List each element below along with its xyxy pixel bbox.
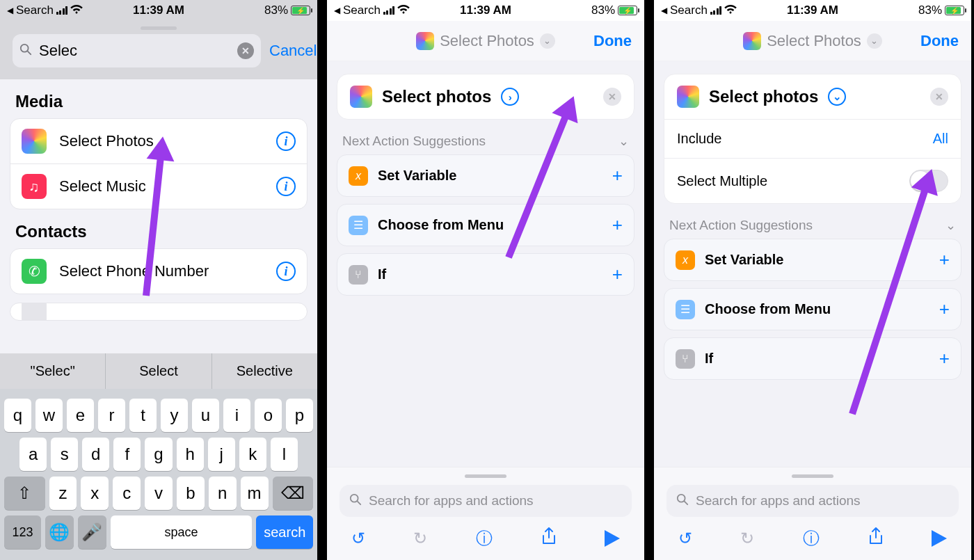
key-r[interactable]: r bbox=[98, 399, 125, 432]
dictation-key[interactable]: 🎤 bbox=[78, 515, 106, 549]
search-input[interactable] bbox=[38, 41, 232, 61]
back-triangle-icon[interactable]: ◀ bbox=[7, 6, 13, 15]
undo-button[interactable]: ↺ bbox=[678, 529, 692, 548]
key-q[interactable]: q bbox=[4, 399, 31, 432]
key-f[interactable]: f bbox=[113, 438, 141, 471]
backspace-key[interactable]: ⌫ bbox=[273, 477, 314, 510]
key-j[interactable]: j bbox=[208, 438, 235, 471]
result-select-music[interactable]: ♫ Select Music i bbox=[10, 163, 307, 209]
variable-icon: x bbox=[676, 250, 695, 270]
info-button[interactable]: ⓘ bbox=[476, 527, 493, 550]
include-value[interactable]: All bbox=[933, 131, 948, 147]
share-button[interactable] bbox=[541, 527, 557, 550]
key-d[interactable]: d bbox=[82, 438, 109, 471]
action-search-field[interactable]: ✕ bbox=[13, 34, 261, 67]
shift-key[interactable]: ⇧ bbox=[4, 477, 45, 510]
drawer-grabber[interactable] bbox=[465, 474, 506, 478]
add-icon[interactable]: + bbox=[939, 348, 950, 369]
drawer-grabber[interactable] bbox=[792, 474, 833, 478]
suggestion-if[interactable]: ⑂ If + bbox=[337, 253, 634, 296]
undo-button[interactable]: ↺ bbox=[351, 529, 365, 548]
shortcut-title[interactable]: Select Photos ⌄ bbox=[416, 32, 555, 50]
select-multiple-toggle[interactable] bbox=[909, 170, 948, 192]
key-x[interactable]: x bbox=[81, 477, 109, 510]
key-y[interactable]: y bbox=[161, 399, 188, 432]
key-p[interactable]: p bbox=[286, 399, 313, 432]
shortcut-title[interactable]: Select Photos ⌄ bbox=[743, 32, 882, 50]
key-h[interactable]: h bbox=[177, 438, 204, 471]
back-triangle-icon[interactable]: ◀ bbox=[661, 6, 667, 15]
key-c[interactable]: c bbox=[113, 477, 141, 510]
next-action-suggestions-header[interactable]: Next Action Suggestions ⌄ bbox=[337, 134, 634, 154]
kb-suggestion[interactable]: Selective bbox=[212, 353, 317, 389]
back-app-label[interactable]: Search bbox=[16, 3, 54, 17]
kb-suggestion[interactable]: Select bbox=[106, 353, 211, 389]
numbers-key[interactable]: 123 bbox=[4, 515, 41, 549]
back-triangle-icon[interactable]: ◀ bbox=[334, 6, 340, 15]
key-k[interactable]: k bbox=[239, 438, 266, 471]
done-button[interactable]: Done bbox=[920, 32, 959, 50]
back-app-label[interactable]: Search bbox=[343, 3, 381, 17]
add-icon[interactable]: + bbox=[612, 264, 623, 285]
back-app-label[interactable]: Search bbox=[670, 3, 708, 17]
key-l[interactable]: l bbox=[271, 438, 298, 471]
search-key[interactable]: search bbox=[256, 515, 313, 549]
key-b[interactable]: b bbox=[177, 477, 205, 510]
battery-icon: ⚡ bbox=[945, 6, 964, 15]
result-select-photos[interactable]: Select Photos i bbox=[10, 119, 307, 163]
key-o[interactable]: o bbox=[255, 399, 282, 432]
space-key[interactable]: space bbox=[111, 515, 253, 549]
suggestion-choose-from-menu[interactable]: ☰ Choose from Menu + bbox=[337, 204, 634, 246]
run-button[interactable] bbox=[932, 530, 947, 547]
add-icon[interactable]: + bbox=[612, 165, 623, 186]
done-button[interactable]: Done bbox=[593, 32, 632, 50]
key-m[interactable]: m bbox=[241, 477, 269, 510]
key-e[interactable]: e bbox=[67, 399, 94, 432]
key-w[interactable]: w bbox=[35, 399, 63, 432]
result-select-phone-number[interactable]: ✆ Select Phone Number i bbox=[10, 249, 307, 294]
key-a[interactable]: a bbox=[19, 438, 47, 471]
action-block-select-photos[interactable]: Select photos › ✕ bbox=[337, 74, 634, 119]
clear-search-icon[interactable]: ✕ bbox=[237, 42, 254, 59]
emoji-key[interactable]: 🌐 bbox=[45, 515, 74, 549]
suggestion-set-variable[interactable]: x Set Variable + bbox=[337, 154, 634, 197]
redo-button: ↻ bbox=[740, 529, 754, 548]
option-include[interactable]: Include All bbox=[664, 119, 961, 158]
suggestion-set-variable[interactable]: x Set Variable + bbox=[664, 239, 961, 281]
key-z[interactable]: z bbox=[49, 477, 77, 510]
editor-toolbar: ↺ ↻ ⓘ bbox=[654, 517, 971, 560]
action-search-field[interactable]: Search for apps and actions bbox=[666, 485, 959, 517]
run-button[interactable] bbox=[605, 530, 620, 547]
key-g[interactable]: g bbox=[145, 438, 172, 471]
key-n[interactable]: n bbox=[209, 477, 237, 510]
remove-action-icon[interactable]: ✕ bbox=[603, 88, 621, 106]
action-search-field[interactable]: Search for apps and actions bbox=[340, 485, 632, 517]
key-t[interactable]: t bbox=[129, 399, 157, 432]
sheet-grabber[interactable] bbox=[141, 26, 177, 30]
share-button[interactable] bbox=[868, 527, 884, 550]
suggestion-if[interactable]: ⑂ If + bbox=[664, 337, 961, 380]
chevron-down-icon[interactable]: ⌄ bbox=[867, 33, 882, 49]
add-icon[interactable]: + bbox=[612, 214, 623, 236]
key-u[interactable]: u bbox=[192, 399, 219, 432]
next-action-suggestions-header[interactable]: Next Action Suggestions ⌄ bbox=[664, 218, 961, 239]
key-i[interactable]: i bbox=[223, 399, 250, 432]
option-select-multiple[interactable]: Select Multiple bbox=[664, 158, 961, 203]
chevron-down-icon[interactable]: ⌄ bbox=[540, 33, 555, 49]
remove-action-icon[interactable]: ✕ bbox=[930, 88, 948, 106]
add-icon[interactable]: + bbox=[939, 249, 950, 271]
add-icon[interactable]: + bbox=[939, 298, 950, 320]
info-icon[interactable]: i bbox=[276, 262, 296, 281]
info-button[interactable]: ⓘ bbox=[803, 527, 820, 550]
action-block-select-photos[interactable]: Select photos ⌄ ✕ bbox=[664, 74, 961, 119]
kb-suggestion[interactable]: "Selec" bbox=[0, 353, 106, 389]
expand-action-icon[interactable]: › bbox=[501, 88, 519, 106]
cancel-button[interactable]: Cancel bbox=[269, 42, 317, 60]
suggestion-choose-from-menu[interactable]: ☰ Choose from Menu + bbox=[664, 288, 961, 330]
key-s[interactable]: s bbox=[51, 438, 78, 471]
results-scroll[interactable]: Media Select Photos i ♫ Select Music i C… bbox=[0, 79, 317, 353]
info-icon[interactable]: i bbox=[276, 177, 296, 196]
key-v[interactable]: v bbox=[145, 477, 173, 510]
info-icon[interactable]: i bbox=[276, 131, 296, 151]
collapse-action-icon[interactable]: ⌄ bbox=[828, 88, 846, 106]
